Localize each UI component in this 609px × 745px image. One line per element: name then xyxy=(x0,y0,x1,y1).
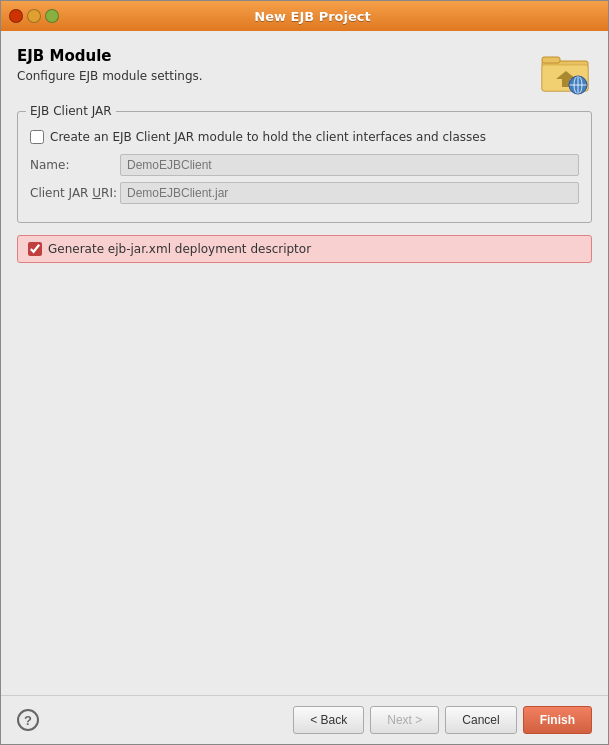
help-button[interactable]: ? xyxy=(17,709,39,731)
titlebar-buttons xyxy=(9,9,59,23)
close-button[interactable] xyxy=(9,9,23,23)
maximize-button[interactable] xyxy=(45,9,59,23)
footer: ? < Back Next > Cancel Finish xyxy=(1,695,608,744)
titlebar: New EJB Project xyxy=(1,1,608,31)
header-text: EJB Module Configure EJB module settings… xyxy=(17,47,203,83)
name-label: Name: xyxy=(30,158,120,172)
client-jar-uri-input[interactable] xyxy=(120,182,579,204)
folder-icon xyxy=(540,51,592,95)
ejb-client-jar-group: EJB Client JAR Create an EJB Client JAR … xyxy=(17,111,592,223)
titlebar-title: New EJB Project xyxy=(65,9,560,24)
svg-rect-1 xyxy=(542,57,560,63)
client-jar-uri-label: Client JAR URI: xyxy=(30,186,120,200)
back-button[interactable]: < Back xyxy=(293,706,364,734)
descriptor-label: Generate ejb-jar.xml deployment descript… xyxy=(48,242,311,256)
ejb-client-jar-legend: EJB Client JAR xyxy=(26,104,116,118)
create-ejb-client-label: Create an EJB Client JAR module to hold … xyxy=(50,130,486,144)
client-jar-uri-row: Client JAR URI: xyxy=(30,182,579,204)
finish-button[interactable]: Finish xyxy=(523,706,592,734)
page-title: EJB Module xyxy=(17,47,203,65)
minimize-button[interactable] xyxy=(27,9,41,23)
footer-left: ? xyxy=(17,709,39,731)
window: New EJB Project EJB Module Configure EJB… xyxy=(0,0,609,745)
footer-buttons: < Back Next > Cancel Finish xyxy=(293,706,592,734)
main-content: EJB Module Configure EJB module settings… xyxy=(1,31,608,695)
descriptor-checkbox[interactable] xyxy=(28,242,42,256)
name-input[interactable] xyxy=(120,154,579,176)
next-button[interactable]: Next > xyxy=(370,706,439,734)
cancel-button[interactable]: Cancel xyxy=(445,706,516,734)
create-ejb-client-checkbox[interactable] xyxy=(30,130,44,144)
page-subtitle: Configure EJB module settings. xyxy=(17,69,203,83)
header-icon xyxy=(540,47,592,99)
create-ejb-client-row: Create an EJB Client JAR module to hold … xyxy=(30,130,579,144)
header-section: EJB Module Configure EJB module settings… xyxy=(17,47,592,99)
name-row: Name: xyxy=(30,154,579,176)
descriptor-row: Generate ejb-jar.xml deployment descript… xyxy=(17,235,592,263)
